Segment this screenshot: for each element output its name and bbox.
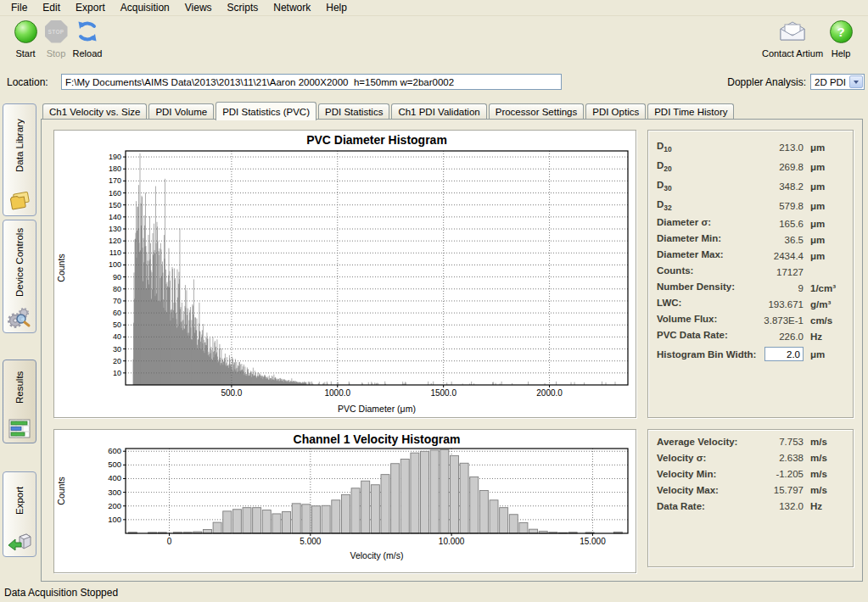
stat-label: D20	[657, 160, 672, 173]
sidebar-item-results[interactable]: Results	[3, 360, 36, 443]
svg-text:100: 100	[108, 515, 121, 524]
svg-text:110: 110	[109, 248, 121, 257]
tab[interactable]: PDI Statistics (PVC)	[216, 102, 316, 120]
svg-text:200: 200	[108, 501, 121, 510]
tab[interactable]: PDI Volume	[148, 103, 214, 120]
doppler-analysis-select[interactable]: 2D PDI	[810, 74, 865, 90]
reload-icon	[76, 17, 99, 46]
tab[interactable]: PDI Optics	[585, 103, 646, 120]
svg-text:2000.0: 2000.0	[536, 388, 563, 398]
location-row: Location: Doppler Analysis: 2D PDI	[0, 73, 868, 93]
stat-row: Average Velocity: 7.753 m/s	[648, 433, 853, 449]
stat-label: D30	[657, 180, 672, 192]
svg-text:Counts: Counts	[56, 477, 66, 504]
tab[interactable]: Ch1 Velocity vs. Size	[42, 103, 147, 120]
stat-row: Volume Flux: 3.873E-1 cm/s	[648, 312, 853, 328]
svg-text:5.000: 5.000	[300, 537, 321, 546]
stat-row: Number Density: 9 1/cm³	[648, 280, 853, 296]
svg-text:120: 120	[109, 237, 121, 245]
svg-text:140: 140	[109, 213, 121, 221]
svg-text:20: 20	[113, 357, 121, 365]
stat-unit: μm	[810, 181, 846, 192]
stat-unit: 1/cm³	[810, 283, 846, 293]
folders-icon	[8, 191, 31, 211]
help-button[interactable]: ? Help	[821, 17, 860, 59]
svg-text:30: 30	[113, 345, 121, 354]
stat-label: Average Velocity:	[657, 437, 737, 447]
stat-unit: μm	[810, 162, 846, 172]
menu-item[interactable]: Help	[318, 0, 355, 15]
menu-item[interactable]: Views	[177, 0, 220, 15]
stat-unit: μm	[810, 219, 846, 229]
menu-item[interactable]: Edit	[35, 0, 68, 15]
tab[interactable]: PDI Time History	[647, 103, 734, 120]
velocity-histogram-panel: 10020030040050060005.00010.00015.000Chan…	[53, 429, 636, 573]
stat-label: Diameter σ:	[657, 217, 711, 230]
sidebar-item-data-library[interactable]: Data Library	[3, 103, 36, 216]
location-input[interactable]	[61, 74, 562, 90]
stat-unit: μm	[810, 235, 846, 245]
toolbar: Start STOP Stop Reload Contact Artium ? …	[0, 17, 868, 70]
stat-label: Data Rate:	[657, 501, 705, 511]
menu-item[interactable]: Network	[266, 0, 318, 15]
histogram-bin-width-row: Histogram Bin Width: μm	[648, 346, 853, 362]
stat-row: Diameter Min: 36.5 μm	[648, 231, 853, 248]
pdi-statistics-pvc-page: 1020304050607080901001101201301401501601…	[41, 119, 863, 582]
stat-row: Velocity Max: 15.797 m/s	[648, 482, 853, 498]
reload-button[interactable]: Reload	[64, 17, 111, 59]
menu-item[interactable]: Export	[68, 0, 113, 15]
svg-text:90: 90	[113, 273, 121, 281]
sidebar-item-export[interactable]: Export	[3, 471, 36, 557]
chevron-down-icon[interactable]	[849, 75, 863, 88]
stat-unit: cm/s	[810, 315, 846, 326]
svg-text:Channel 1 Velocity Histogram: Channel 1 Velocity Histogram	[294, 432, 461, 446]
doppler-analysis-label: Doppler Analysis:	[670, 76, 806, 88]
stat-unit: μm	[810, 142, 846, 153]
stat-row: LWC: 193.671 g/m³	[648, 296, 853, 312]
menu-item[interactable]: Scripts	[220, 0, 266, 15]
svg-text:80: 80	[113, 285, 121, 293]
svg-text:10.000: 10.000	[439, 537, 465, 546]
svg-text:Velocity (m/s): Velocity (m/s)	[350, 550, 403, 560]
svg-text:40: 40	[113, 332, 121, 341]
tab[interactable]: PDI Statistics	[318, 103, 389, 120]
svg-text:10: 10	[113, 369, 121, 377]
stat-label: Volume Flux:	[657, 314, 717, 326]
stat-row: D32 579.8 μm	[648, 196, 853, 215]
menu-bar: FileEditExportAcquisitionViewsScriptsNet…	[0, 0, 868, 16]
stat-label: LWC:	[657, 298, 681, 310]
tab[interactable]: Ch1 PDI Validation	[391, 103, 486, 120]
stat-value: 213.0	[672, 142, 810, 153]
stat-unit: Hz	[810, 501, 846, 511]
stat-row: Diameter Max: 2434.4 μm	[648, 248, 853, 264]
stat-label: Number Density:	[657, 281, 735, 294]
tab[interactable]: Processor Settings	[489, 103, 585, 120]
diameter-stats-panel: D10 213.0 μm D20 269.8 μm D30 348.2 μm	[647, 130, 854, 418]
stat-label: D10	[657, 141, 672, 153]
stat-label: Velocity σ:	[657, 453, 706, 463]
stat-row: D20 269.8 μm	[648, 157, 853, 176]
contact-artium-button[interactable]: Contact Artium	[762, 17, 823, 59]
stat-value: 132.0	[705, 501, 810, 511]
svg-text:300: 300	[108, 488, 121, 497]
menu-item[interactable]: File	[3, 0, 35, 15]
svg-text:130: 130	[109, 225, 121, 233]
histogram-bin-width-input[interactable]	[764, 347, 804, 361]
stat-row: Velocity Min: -1.205 m/s	[648, 465, 853, 482]
stat-label: D32	[657, 199, 672, 212]
stat-label: Counts:	[657, 265, 693, 278]
sidebar-item-device-controls[interactable]: Device Controls	[3, 220, 36, 333]
stat-row: Counts: 17127	[648, 264, 853, 280]
svg-text:15.000: 15.000	[580, 537, 606, 546]
svg-text:500.0: 500.0	[221, 388, 242, 398]
status-bar: Data Acquisition Stopped	[0, 584, 868, 602]
svg-text:60: 60	[113, 309, 121, 317]
svg-text:180: 180	[109, 164, 121, 173]
svg-text:50: 50	[113, 321, 121, 329]
menu-item[interactable]: Acquisition	[113, 0, 177, 15]
pvc-diameter-histogram-panel: 1020304050607080901001101201301401501601…	[53, 130, 636, 418]
velocity-histogram-chart: 10020030040050060005.00010.00015.000Chan…	[54, 430, 634, 571]
bar-chart-icon	[8, 418, 31, 438]
stat-label: Velocity Max:	[657, 485, 719, 495]
stat-value: 7.753	[737, 437, 810, 447]
